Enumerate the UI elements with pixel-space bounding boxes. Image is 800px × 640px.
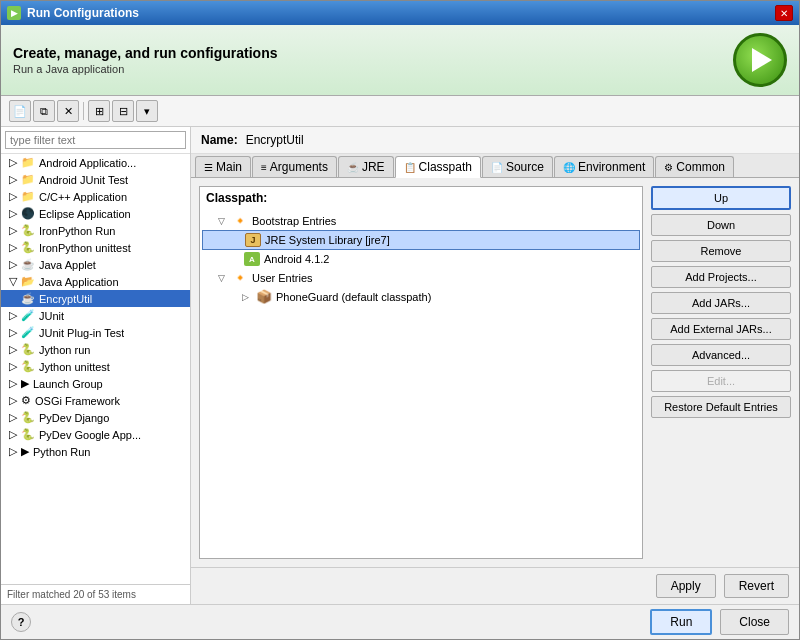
- main-tab-icon: ☰: [204, 162, 213, 173]
- main-content: ▷ 📁 Android Applicatio... ▷ 📁 Android JU…: [1, 127, 799, 604]
- expand-icon: ▽: [218, 216, 228, 226]
- duplicate-button[interactable]: ⧉: [33, 100, 55, 122]
- sidebar-item-ironpython-unittest[interactable]: ▷ 🐍 IronPython unittest: [1, 239, 190, 256]
- close-window-button[interactable]: ✕: [775, 5, 793, 21]
- sidebar-item-python-run[interactable]: ▷ ▶ Python Run: [1, 443, 190, 460]
- sidebar-item-label: Java Application: [39, 276, 119, 288]
- sidebar-item-encryptutil[interactable]: ☕ EncryptUtil: [1, 290, 190, 307]
- cp-item-label: JRE System Library [jre7]: [265, 234, 390, 246]
- cp-item-label: Android 4.1.2: [264, 253, 329, 265]
- collapse-button[interactable]: ⊟: [112, 100, 134, 122]
- sidebar-item-label: IronPython Run: [39, 225, 115, 237]
- add-external-jars-button[interactable]: Add External JARs...: [651, 318, 791, 340]
- launch-icon: ▶: [21, 377, 29, 390]
- junit-plugin-icon: 🧪: [21, 326, 35, 339]
- cp-android[interactable]: A Android 4.1.2: [202, 250, 640, 268]
- common-tab-icon: ⚙: [664, 162, 673, 173]
- down-button[interactable]: Down: [651, 214, 791, 236]
- sidebar-item-android-junit[interactable]: ▷ 📁 Android JUnit Test: [1, 171, 190, 188]
- jar-icon: J: [245, 233, 261, 247]
- tab-arguments[interactable]: ≡ Arguments: [252, 156, 337, 177]
- run-configurations-dialog: ▶ Run Configurations ✕ Create, manage, a…: [0, 0, 800, 640]
- sidebar-item-label: Eclipse Application: [39, 208, 131, 220]
- delete-button[interactable]: ✕: [57, 100, 79, 122]
- cp-jre-library[interactable]: J JRE System Library [jre7]: [202, 230, 640, 250]
- remove-button[interactable]: Remove: [651, 240, 791, 262]
- folder-icon: 🐍: [21, 241, 35, 254]
- tab-environment[interactable]: 🌐 Environment: [554, 156, 654, 177]
- up-button[interactable]: Up: [651, 186, 791, 210]
- window-icon: ▶: [7, 6, 21, 20]
- add-jars-button[interactable]: Add JARs...: [651, 292, 791, 314]
- expand-icon: ▷: [9, 190, 17, 203]
- sidebar-item-android-app[interactable]: ▷ 📁 Android Applicatio...: [1, 154, 190, 171]
- user-folder-icon: 🔸: [232, 270, 248, 285]
- classpath-tab-icon: 📋: [404, 162, 416, 173]
- sidebar-item-label: Java Applet: [39, 259, 96, 271]
- apply-button[interactable]: Apply: [656, 574, 716, 598]
- expand-icon: ▷: [9, 445, 17, 458]
- tab-common-label: Common: [676, 160, 725, 174]
- cp-user-entries[interactable]: ▽ 🔸 User Entries: [202, 268, 640, 287]
- tab-classpath-label: Classpath: [419, 160, 472, 174]
- filter-input[interactable]: [5, 131, 186, 149]
- run-button[interactable]: [733, 33, 787, 87]
- add-projects-button[interactable]: Add Projects...: [651, 266, 791, 288]
- jython-unittest-icon: 🐍: [21, 360, 35, 373]
- restore-default-entries-button[interactable]: Restore Default Entries: [651, 396, 791, 418]
- close-button[interactable]: Close: [720, 609, 789, 635]
- filter-button[interactable]: ⊞: [88, 100, 110, 122]
- revert-button[interactable]: Revert: [724, 574, 789, 598]
- sidebar-item-label: JUnit Plug-in Test: [39, 327, 124, 339]
- sidebar-item-jython-run[interactable]: ▷ 🐍 Jython run: [1, 341, 190, 358]
- expand-icon: ▷: [9, 326, 17, 339]
- apply-revert-bar: Apply Revert: [191, 567, 799, 604]
- tab-main[interactable]: ☰ Main: [195, 156, 251, 177]
- expand-icon: ▽: [218, 273, 228, 283]
- sidebar-item-jython-unittest[interactable]: ▷ 🐍 Jython unittest: [1, 358, 190, 375]
- app-icon: ☕: [21, 292, 35, 305]
- sidebar-item-junit[interactable]: ▷ 🧪 JUnit: [1, 307, 190, 324]
- jre-tab-icon: ☕: [347, 162, 359, 173]
- dropdown-button[interactable]: ▾: [136, 100, 158, 122]
- bootstrap-folder-icon: 🔸: [232, 213, 248, 228]
- osgi-icon: ⚙: [21, 394, 31, 407]
- sidebar-item-label: Python Run: [33, 446, 90, 458]
- sidebar-item-java-app[interactable]: ▽ 📂 Java Application: [1, 273, 190, 290]
- tab-source[interactable]: 📄 Source: [482, 156, 553, 177]
- new-config-button[interactable]: 📄: [9, 100, 31, 122]
- folder-icon: 🐍: [21, 224, 35, 237]
- tab-classpath[interactable]: 📋 Classpath: [395, 156, 481, 178]
- edit-button[interactable]: Edit...: [651, 370, 791, 392]
- expand-icon: ▷: [9, 309, 17, 322]
- sidebar-item-java-applet[interactable]: ▷ ☕ Java Applet: [1, 256, 190, 273]
- name-value: EncryptUtil: [246, 133, 304, 147]
- tab-jre[interactable]: ☕ JRE: [338, 156, 394, 177]
- expand-icon: ▷: [9, 241, 17, 254]
- expand-icon: ▷: [9, 428, 17, 441]
- help-button[interactable]: ?: [11, 612, 31, 632]
- name-label: Name:: [201, 133, 238, 147]
- cp-phoneguard[interactable]: ▷ 📦 PhoneGuard (default classpath): [202, 287, 640, 306]
- sidebar-item-junit-plugin[interactable]: ▷ 🧪 JUnit Plug-in Test: [1, 324, 190, 341]
- folder-icon: 📁: [21, 156, 35, 169]
- sidebar-item-pydev-google[interactable]: ▷ 🐍 PyDev Google App...: [1, 426, 190, 443]
- expand-icon: ▷: [9, 411, 17, 424]
- sidebar-item-launch-group[interactable]: ▷ ▶ Launch Group: [1, 375, 190, 392]
- advanced-button[interactable]: Advanced...: [651, 344, 791, 366]
- sidebar-item-eclipse[interactable]: ▷ 🌑 Eclipse Application: [1, 205, 190, 222]
- sidebar-item-ironpython-run[interactable]: ▷ 🐍 IronPython Run: [1, 222, 190, 239]
- cp-bootstrap-entries[interactable]: ▽ 🔸 Bootstrap Entries: [202, 211, 640, 230]
- sidebar-item-cpp[interactable]: ▷ 📁 C/C++ Application: [1, 188, 190, 205]
- expand-icon: ▷: [9, 377, 17, 390]
- tab-common[interactable]: ⚙ Common: [655, 156, 734, 177]
- sidebar-item-label: EncryptUtil: [39, 293, 92, 305]
- run-triangle-icon: [752, 48, 772, 72]
- sidebar-item-osgi[interactable]: ▷ ⚙ OSGi Framework: [1, 392, 190, 409]
- sidebar-item-label: Android JUnit Test: [39, 174, 128, 186]
- run-footer-button[interactable]: Run: [650, 609, 712, 635]
- sidebar-item-pydev-django[interactable]: ▷ 🐍 PyDev Django: [1, 409, 190, 426]
- folder-open-icon: 📂: [21, 275, 35, 288]
- filter-box: [1, 127, 190, 154]
- tabs: ☰ Main ≡ Arguments ☕ JRE 📋 Classpath 📄: [191, 154, 799, 178]
